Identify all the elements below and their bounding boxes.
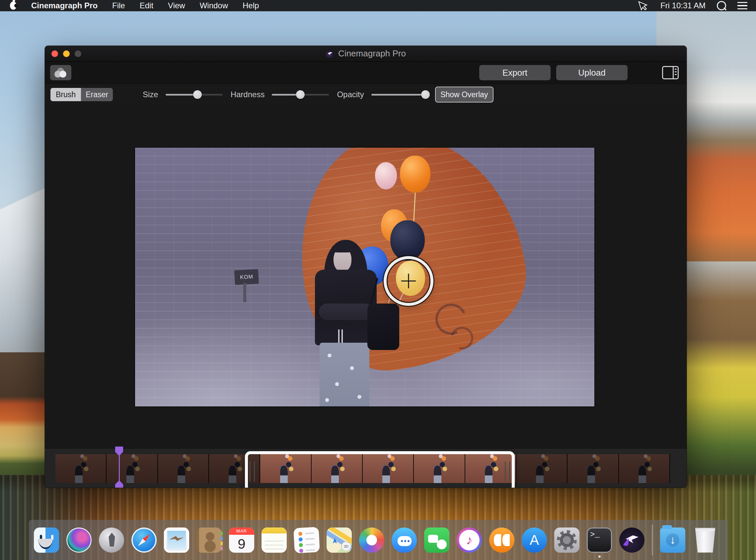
timeline-frame[interactable] [55,454,106,483]
dock-itunes[interactable] [457,527,482,553]
mouse-cursor-icon [638,0,649,12]
filmstrip[interactable] [55,454,670,483]
editing-canvas[interactable]: KOM [45,105,687,448]
timeline-frame[interactable] [619,454,670,483]
timeline-frame[interactable] [568,454,619,483]
menu-clock[interactable]: Fri 10:31 AM [660,1,705,10]
desktop: Cinemagraph Pro File Edit View Window He… [0,0,756,560]
dock-calendar[interactable]: MAR 9 [229,527,254,553]
balloon-orange-top [400,156,431,193]
playhead[interactable] [115,446,124,488]
close-button[interactable] [52,51,58,57]
dock-facetime[interactable] [424,527,449,553]
brush-cursor [386,259,431,303]
window-title: Cinemagraph Pro [338,48,406,59]
app-window: Cinemagraph Pro Export Upload Brush Eras… [45,46,687,488]
dock-photos[interactable] [359,527,384,553]
menu-help[interactable]: Help [243,1,259,10]
layers-button[interactable] [50,65,71,80]
segment-brush[interactable]: Brush [51,88,81,101]
upload-button[interactable]: Upload [556,65,628,80]
menu-bar-left: Cinemagraph Pro File Edit View Window He… [0,1,259,10]
dock-system-preferences[interactable] [554,527,579,553]
playhead-bottom-handle[interactable] [115,480,123,488]
dock-messages[interactable] [392,527,417,553]
brush-controls-bar: Brush Eraser Size Hardness Opacity Sho [45,84,687,105]
title-bar[interactable]: Cinemagraph Pro [45,46,687,61]
show-overlay-button[interactable]: Show Overlay [435,86,494,102]
dock-maps[interactable]: 3D [326,527,352,553]
dock-terminal[interactable]: >_ [587,527,612,553]
dock-contacts[interactable] [197,527,222,553]
menu-file[interactable]: File [112,1,125,10]
downloads-ring [666,534,679,547]
menu-window[interactable]: Window [200,1,228,10]
graffiti-scrawl [435,303,475,350]
sidebar-toggle-button[interactable] [659,65,681,81]
dock-appstore[interactable]: A [522,527,547,553]
timeline-bar [45,448,687,488]
opacity-slider-knob[interactable] [421,90,430,99]
size-slider-fill [165,94,197,96]
dock: MAR 9 3D A >_ [29,520,728,560]
opacity-slider-fill [371,94,425,96]
size-slider[interactable] [165,90,223,99]
trim-handle-right[interactable] [505,461,510,482]
brush-eraser-segmented-control: Brush Eraser [51,88,113,101]
timeline-frame[interactable] [158,454,209,483]
opacity-slider[interactable] [371,90,429,99]
dock-cinemagraph-pro[interactable] [619,527,644,553]
dock-mail[interactable] [164,527,189,553]
calendar-month: MAR [229,527,254,535]
window-controls [45,51,81,57]
apple-menu-icon[interactable] [10,2,17,9]
menu-bar-right: Fri 10:31 AM [638,0,756,12]
dock-siri[interactable] [66,527,92,553]
dock-notes[interactable] [261,527,287,553]
menu-edit[interactable]: Edit [140,1,153,10]
segment-eraser[interactable]: Eraser [81,88,113,101]
trim-handle-left[interactable] [250,461,255,482]
export-button[interactable]: Export [479,65,551,80]
dock-downloads-folder[interactable] [660,527,685,553]
sidebar-panel-icon [662,66,679,79]
leather-bag [367,303,399,350]
hardness-slider[interactable] [272,90,329,99]
app-icon-small [325,49,334,58]
trim-selection[interactable] [245,451,515,488]
dock-finder[interactable] [34,527,59,553]
wall-pipe [243,283,246,302]
hardness-slider-knob[interactable] [296,90,305,99]
hardness-label: Hardness [231,90,265,99]
dock-trash[interactable] [693,527,718,553]
zoom-button-disabled [75,51,81,57]
minimize-button[interactable] [63,51,70,57]
spotlight-search-icon[interactable] [717,1,726,10]
video-frame[interactable]: KOM [135,148,594,406]
woman-bangs [332,244,354,253]
dock-ibooks[interactable] [489,527,514,553]
woman-skirt [320,343,370,406]
menu-view[interactable]: View [168,1,185,10]
balloon-navy [390,220,425,261]
notification-center-icon[interactable] [737,2,748,9]
dock-reminders[interactable] [293,527,320,553]
graffiti-box: KOM [234,269,259,285]
toolbar: Export Upload [45,61,687,84]
dock-separator [652,525,653,555]
dock-launchpad[interactable] [99,527,124,553]
opacity-label: Opacity [337,90,364,99]
calendar-day: 9 [229,536,254,553]
woman-crossed-arms [319,303,373,320]
dock-safari[interactable] [132,527,157,553]
overlapping-circles-icon [55,68,67,78]
menu-bar: Cinemagraph Pro File Edit View Window He… [0,0,756,11]
menu-app-name[interactable]: Cinemagraph Pro [31,1,98,10]
window-title-group: Cinemagraph Pro [45,48,687,59]
timeline-frame[interactable] [516,454,568,483]
maps-3d-badge: 3D [341,541,351,552]
size-slider-knob[interactable] [193,90,202,99]
balloon-pink [375,162,397,189]
size-label: Size [143,90,158,99]
playhead-top-handle[interactable] [115,446,123,456]
